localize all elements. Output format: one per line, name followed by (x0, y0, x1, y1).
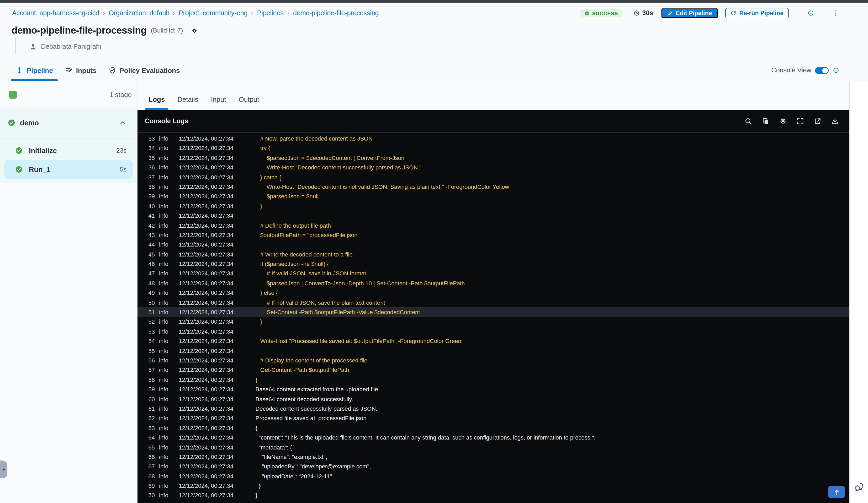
tab-policy-evaluations[interactable]: Policy Evaluations (108, 60, 180, 81)
log-line: 67info12/12/2024, 00:27:34 "uploadedBy":… (137, 462, 849, 472)
log-timestamp: 12/12/2024, 00:27:34 (179, 327, 234, 336)
detail-tab-details[interactable]: Details (177, 95, 198, 110)
execution-diamond-icon (190, 27, 198, 34)
line-number: 54 (140, 336, 155, 346)
breadcrumb-link-account[interactable]: Account: app-harness-ng-cicd (12, 9, 99, 17)
log-message: # Now, parse the decoded content as JSON (255, 134, 372, 144)
tab-label: Inputs (76, 66, 96, 74)
stage-group-header[interactable]: demo (0, 107, 137, 138)
settings-icon[interactable] (779, 117, 787, 125)
breadcrumb-link-project[interactable]: Project: community-eng (179, 9, 248, 17)
log-timestamp: 12/12/2024, 00:27:34 (179, 365, 234, 375)
console-view-control: Console View (772, 66, 839, 74)
open-in-new-icon[interactable] (814, 117, 821, 125)
step-run-1[interactable]: Run_15s (4, 160, 133, 179)
line-number: 36 (140, 163, 155, 172)
log-level: info (159, 491, 168, 500)
breadcrumb-separator: › (251, 9, 253, 17)
line-number: 33 (140, 134, 155, 144)
log-line: 62info12/12/2024, 00:27:34Processed file… (137, 413, 849, 423)
log-message: $parsedJson | ConvertTo-Json -Depth 10 |… (255, 279, 465, 288)
edit-pipeline-label: Edit Pipeline (676, 10, 712, 16)
log-line: 53info12/12/2024, 00:27:34 (137, 327, 849, 336)
line-number: 65 (140, 442, 155, 452)
download-icon[interactable] (831, 117, 839, 125)
line-number: 70 (140, 491, 155, 500)
left-panel-expander[interactable] (0, 461, 7, 478)
line-number: 63 (140, 423, 155, 433)
tab-inputs[interactable]: Inputs (65, 60, 96, 81)
log-line: 34info12/12/2024, 00:27:34 try { (137, 144, 849, 153)
log-level: info (159, 269, 168, 279)
line-number: 62 (140, 413, 155, 423)
step-initialize[interactable]: Initialize23s (4, 141, 133, 160)
clock-icon (633, 10, 640, 16)
log-timestamp: 12/12/2024, 00:27:34 (179, 317, 234, 327)
log-level: info (159, 182, 168, 192)
log-level: info (159, 240, 168, 250)
tab-label: Pipeline (27, 66, 53, 74)
log-level: info (159, 201, 168, 211)
log-timestamp: 12/12/2024, 00:27:34 (179, 172, 234, 182)
scroll-to-top-button[interactable] (828, 486, 845, 498)
stage-group: demo Initialize23sRun_15s (0, 107, 137, 183)
page-header: Account: app-harness-ng-cicd›Organizatio… (0, 3, 868, 81)
log-message: Write-Host "Decoded content successfully… (255, 163, 421, 172)
console-view-info-icon[interactable] (833, 67, 839, 73)
fullscreen-icon[interactable] (797, 117, 804, 125)
log-line: 70info12/12/2024, 00:27:34} (137, 491, 849, 500)
log-line: 35info12/12/2024, 00:27:34 $parsedJson =… (137, 153, 849, 163)
log-timestamp: 12/12/2024, 00:27:34 (179, 346, 234, 356)
log-timestamp: 12/12/2024, 00:27:34 (179, 481, 234, 491)
log-timestamp: 12/12/2024, 00:27:34 (179, 413, 234, 423)
author-name: Debabrata Panigrahi (41, 43, 101, 50)
log-message: # Write the decoded content to a file (255, 249, 352, 259)
console-view-toggle[interactable] (815, 67, 829, 74)
search-icon[interactable] (745, 117, 752, 125)
log-line: 64info12/12/2024, 00:27:34 "content": "T… (137, 433, 849, 442)
log-message: $outputFilePath = "processedFile.json" (255, 230, 360, 240)
log-level: info (159, 317, 168, 327)
console-header: Console Logs (137, 110, 849, 133)
kebab-menu-icon[interactable] (832, 9, 839, 17)
console-log-body[interactable]: 33info12/12/2024, 00:27:34 # Now, parse … (137, 133, 849, 503)
breadcrumb-link-pipelines[interactable]: Pipelines (257, 9, 283, 17)
line-number: 37 (140, 172, 155, 182)
log-line: 44info12/12/2024, 00:27:34 (137, 240, 849, 250)
log-level: info (159, 288, 168, 298)
detail-tab-input[interactable]: Input (211, 95, 226, 110)
edit-pipeline-button[interactable]: Edit Pipeline (661, 8, 717, 18)
log-message: { (255, 423, 257, 433)
log-level: info (159, 346, 168, 356)
log-message: Set-Content -Path $outputFilePath -Value… (255, 307, 420, 317)
log-timestamp: 12/12/2024, 00:27:34 (179, 240, 234, 250)
rerun-pipeline-button[interactable]: Re-run Pipeline (725, 8, 789, 18)
breadcrumb-link-demo-pipeline-file-processing[interactable]: demo-pipeline-file-processing (293, 9, 379, 17)
log-line: 52info12/12/2024, 00:27:34 } (137, 317, 849, 327)
info-icon[interactable] (808, 10, 814, 16)
line-number: 64 (140, 433, 155, 442)
log-message: Write-Host "Decoded content is not valid… (255, 182, 509, 192)
log-message: # Display the content of the processed f… (255, 356, 368, 365)
line-number: 41 (140, 211, 155, 221)
help-chat-icon[interactable] (854, 482, 864, 491)
log-level: info (159, 221, 168, 230)
detail-tab-output[interactable]: Output (238, 95, 259, 110)
avatar-icon (29, 43, 37, 50)
log-line: 45info12/12/2024, 00:27:34 # Write the d… (137, 249, 849, 259)
copy-icon[interactable] (762, 117, 769, 125)
pencil-icon (667, 10, 672, 16)
detail-tab-logs[interactable]: Logs (148, 95, 165, 110)
log-line: 37info12/12/2024, 00:27:34 } catch { (137, 172, 849, 182)
log-line: 61info12/12/2024, 00:27:34Decoded conten… (137, 404, 849, 413)
line-number: 35 (140, 153, 155, 163)
breadcrumb-link-organization[interactable]: Organization: default (108, 9, 169, 17)
log-message: "metadata": { (255, 442, 292, 452)
chevron-up-icon[interactable] (119, 119, 126, 126)
shield-check-icon (108, 66, 116, 74)
log-level: info (159, 307, 168, 317)
log-line: 60info12/12/2024, 00:27:34Base64 content… (137, 394, 849, 404)
console-toolbar (745, 117, 839, 125)
play-right-icon (1, 467, 6, 472)
tab-pipeline[interactable]: Pipeline (16, 60, 53, 81)
